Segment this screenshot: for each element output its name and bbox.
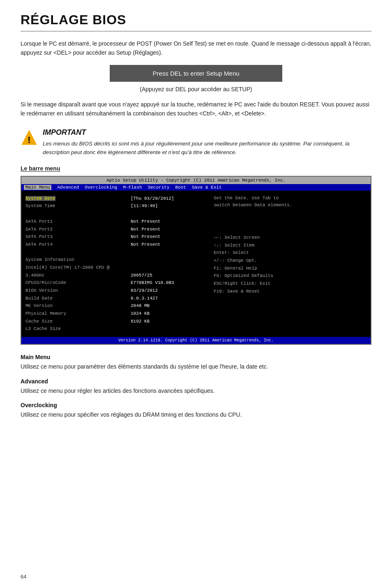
bios-cpuid-val: 20657/25 [131,273,152,278]
bios-sata1-val: Not Present [131,219,161,224]
bios-time-val: [11:49:40] [131,203,158,208]
bios-body: System Date System Time SATA Port1 SATA … [21,191,371,337]
bios-sata2-label: SATA Port2 [25,227,53,232]
bios-menu-boot: Boot [175,185,186,190]
bios-builddate-label: Build Date [25,296,53,301]
menu-heading-main: Main Menu [21,354,371,360]
important-title: IMPORTANT [43,128,371,137]
page-title: RÉGLAGE BIOS [21,12,371,28]
shortcut-screen: →←: Select Screen [214,234,367,242]
press-del-box: Press DEL to enter Setup Menu [110,65,282,82]
shortcut-change: +/-: Change Opt. [214,257,367,265]
appuyez-text: (Appuyez sur DEL pour accéder au SETUP) [21,86,371,92]
bios-menu-main: Main Menu [24,185,51,190]
bios-sata4-val: Not Present [131,242,161,247]
bios-sata1-label: SATA Port1 [25,219,53,224]
bios-physmem-val: 2048 MB [131,303,150,308]
bios-system-time-label: System Time [25,203,55,208]
bios-cpu-label: Intel(R) Core(TM) i7-2600 CPU @ 3.40GHz [25,265,110,278]
svg-text:!: ! [28,135,30,145]
important-content: IMPORTANT Les menus du BIOS décrits ici … [43,128,371,157]
bios-cpuid-label: CPUID/MicroCode [25,280,66,285]
shortcut-f10: F10: Save & Reset [214,288,367,295]
bios-menu-save-exit: Save & Exit [192,185,222,190]
bios-screenshot: Aptio Setup Utility - Copyright (C) 2011… [21,176,371,345]
important-body: Les menus du BIOS décrits ici sont mis à… [43,139,371,157]
menu-heading-overclocking: Overclocking [21,402,371,408]
shortcut-f6: F6: Optimized Defaults [214,272,367,280]
bios-right-col: Set the Date. Use Tab toswitch between D… [210,193,371,334]
barre-menu-heading: Le barre menu [21,165,371,172]
bios-menubar: Main Menu Advanced Overclocking M-Flash … [21,184,371,191]
menu-desc-main: Utilisez ce menu pour paramètrer des élé… [21,362,371,371]
bios-sata4-label: SATA Port4 [25,242,53,247]
bios-help-text: Set the Date. Use Tab toswitch between D… [214,195,367,209]
shortcut-enter: Enter: Select [214,249,367,257]
bios-builddate-val: 03/29/2012 [131,288,158,293]
bios-physmem-label: Physical Memory [25,311,66,316]
bios-cachesize-label: Cache Size [25,319,53,324]
bios-sysinfo-label: System Information [25,257,74,262]
bios-cachesize-val: 1024 KB [131,311,150,316]
bios-system-date-label: System Date [25,196,55,201]
warning-icon: ! [21,129,38,146]
menu-section-overclocking: Overclocking Utilisez ce menu pour spéci… [21,402,371,419]
bios-mever-label: ME Version [25,303,53,308]
title-divider [21,31,371,32]
bios-menu-security: Security [148,185,170,190]
menu-heading-advanced: Advanced [21,378,371,385]
bios-menu-overclocking: Overclocking [85,185,117,190]
bios-l3cache-label: L3 Cache Size [25,326,61,331]
bios-mever-val: 8.0.3.1427 [131,296,158,301]
page-number: 64 [21,574,26,580]
body-text-1: Si le message disparaît avant que vous n… [21,100,371,118]
bios-sata2-val: Not Present [131,227,161,232]
menu-section-main: Main Menu Utilisez ce menu pour paramètr… [21,354,371,371]
bios-menu-mflash: M-Flash [123,185,142,190]
bios-topbar: Aptio Setup Utility - Copyright (C) 2011… [21,177,371,184]
menu-section-advanced: Advanced Utilisez ce menu pour régler le… [21,378,371,395]
bios-biosver-label: BIOS Version [25,288,58,293]
bios-bottom-bar: Version 2.14.1219. Copyright (C) 2011 Am… [21,337,371,344]
bios-sata3-val: Not Present [131,234,161,239]
menu-desc-advanced: Utilisez ce menu pour régler les article… [21,386,371,395]
bios-date-val: [Thu 03/29/2012] [131,196,174,201]
press-del-label: Press DEL to enter Setup Menu [152,70,239,77]
bios-l3cache-val: 8192 KB [131,319,150,324]
shortcut-item: ↑↓: Select Item [214,242,367,249]
bios-middle-col: [Thu 03/29/2012] [11:49:40] Not Present … [128,193,210,334]
bios-menu-advanced: Advanced [57,185,79,190]
shortcut-esc: ESC/Right Click: Exit [214,280,367,288]
important-section: ! IMPORTANT Les menus du BIOS décrits ic… [21,128,371,157]
bios-biosver-val: E778BIMS V10.0B3 [131,280,174,285]
bios-sata3-label: SATA Port3 [25,234,53,239]
intro-paragraph: Lorsque le PC est démarré, le processeur… [21,39,371,58]
menu-desc-overclocking: Utilisez ce menu pour spécifier vos régl… [21,410,371,419]
bios-shortcuts: →←: Select Screen ↑↓: Select Item Enter:… [214,234,367,295]
bios-left-col: System Date System Time SATA Port1 SATA … [21,193,128,334]
shortcut-f1: F1: General Help [214,265,367,272]
